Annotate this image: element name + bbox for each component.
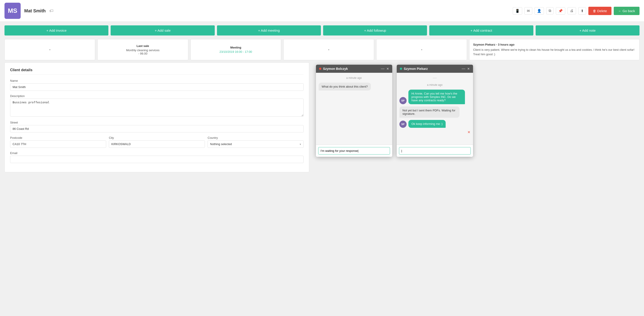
email-label: Email — [10, 151, 304, 155]
country-select[interactable]: Nothing selected — [208, 140, 304, 148]
client-name: Mat Smith — [24, 8, 46, 14]
email-icon-btn[interactable]: ✉ — [524, 7, 532, 15]
add-followup-button[interactable]: + Add followup — [323, 25, 427, 36]
add-contract-button[interactable]: + Add contract — [429, 25, 533, 36]
chat-msg-row-2: SP Ok keep informing me :) — [400, 120, 470, 128]
chat-header-1: Szymon Bolczyk — ✕ — [316, 65, 392, 73]
delete-button[interactable]: 🗑 Delete — [588, 7, 612, 15]
contract-card: - — [376, 39, 467, 60]
postcode-label: Postcode — [10, 136, 106, 139]
followup-dash: - — [328, 47, 330, 52]
client-details-panel: Client details Name Description Bussines… — [4, 63, 309, 172]
chat-bubble-right-2: Ok keep informing me :) — [408, 120, 446, 128]
chat-bubble-1: What do you think about this client? — [319, 83, 371, 91]
chat-bubble-right-1: Hi Annie, Can you tell me how's the prog… — [408, 90, 465, 104]
chat-avatar-2: SP — [400, 121, 406, 128]
name-group: Name — [10, 79, 304, 91]
chat-minimize-2[interactable]: — — [462, 67, 466, 71]
header: MS Mat Smith 🏷 📱 ✉ 👤 ⧉ 📌 🖨 ⬆ 🗑 Delete ← … — [0, 0, 644, 22]
chat-msg-row-1: SP Hi Annie, Can you tell me how's the p… — [400, 90, 470, 104]
print-icon-btn[interactable]: 🖨 — [568, 7, 576, 14]
chat-status-dot-red-1 — [319, 68, 321, 70]
note-card: Szymon Piekarz - 3 hours ago Client is v… — [469, 39, 640, 60]
street-input[interactable] — [10, 125, 304, 133]
chat-body-1: a minute ago What do you think about thi… — [316, 73, 392, 145]
chat-header-2: Szymon Piekarz — ✕ — [397, 65, 473, 73]
meeting-card: Meeting 23/10/2019 16:00 - 17:00 — [190, 39, 281, 60]
city-label: City — [109, 136, 205, 139]
sale-amount: - 99.00 — [138, 52, 147, 55]
chat-time-2: a minute ago — [400, 83, 470, 87]
main-content: Client details Name Description Bussines… — [0, 63, 644, 177]
meeting-label: Meeting — [230, 46, 241, 49]
client-avatar: MS — [4, 3, 21, 19]
user-icon-btn[interactable]: 👤 — [534, 7, 544, 15]
description-label: Description — [10, 94, 304, 98]
chat-close-2[interactable]: ✕ — [467, 67, 470, 71]
sale-label: Last sale — [137, 44, 149, 48]
chat-minimize-1[interactable]: — — [381, 67, 384, 71]
name-input[interactable] — [10, 83, 304, 91]
country-label: Country — [208, 136, 304, 139]
email-input[interactable] — [10, 156, 304, 163]
add-note-button[interactable]: + Add note — [536, 25, 640, 36]
action-bar: + Add invoice + Add sale + Add meeting +… — [0, 22, 644, 39]
chat-time-1: a minute ago — [319, 76, 390, 80]
add-meeting-button[interactable]: + Add meeting — [217, 25, 321, 36]
header-action-buttons: 📱 ✉ 👤 ⧉ 📌 🖨 ⬆ 🗑 Delete ← Go back — [513, 7, 640, 15]
sale-card: Last sale Monthly cleaning services - 99… — [98, 39, 188, 60]
postcode-input[interactable] — [10, 140, 106, 148]
chat-input-1[interactable] — [318, 147, 390, 155]
chat-title-2: Szymon Piekarz — [404, 67, 460, 71]
city-group: City — [109, 136, 205, 148]
chat-bubble-reply-1: Not yet but I sent them PDFs. Waiting fo… — [400, 106, 460, 118]
street-label: Street — [10, 121, 304, 124]
chat-status-dot-green-2 — [400, 68, 402, 70]
chat-input-area-2 — [397, 145, 473, 157]
pin-icon-btn[interactable]: 📌 — [556, 7, 565, 15]
postcode-group: Postcode — [10, 136, 106, 148]
chat-input-2[interactable] — [399, 147, 471, 155]
chat-close-1[interactable]: ✕ — [386, 67, 389, 71]
add-sale-button[interactable]: + Add sale — [110, 25, 214, 36]
mobile-icon-btn[interactable]: 📱 — [513, 7, 522, 15]
chat-input-area-1 — [316, 145, 392, 157]
note-author: Szymon Piekarz - 3 hours ago — [473, 43, 636, 46]
chat-body-2: — a minute ago SP Hi Annie, Can you tell… — [397, 73, 473, 145]
street-group: Street — [10, 121, 304, 133]
go-back-button[interactable]: ← Go back — [614, 7, 640, 15]
upload-icon-btn[interactable]: ⬆ — [578, 7, 586, 15]
country-group: Country Nothing selected — [208, 136, 304, 148]
copy-icon-btn[interactable]: ⧉ — [546, 7, 554, 14]
chat-window-bolczyk: Szymon Bolczyk — ✕ a minute ago What do … — [316, 65, 392, 157]
info-cards-row: - Last sale Monthly cleaning services - … — [0, 39, 644, 63]
tag-icon[interactable]: 🏷 — [49, 9, 54, 13]
location-row: Postcode City Country Nothing selected — [10, 136, 304, 151]
add-invoice-button[interactable]: + Add invoice — [4, 25, 108, 36]
invoice-dash: - — [49, 47, 50, 52]
email-group: Email — [10, 151, 304, 163]
section-title: Client details — [10, 68, 304, 75]
contract-dash: - — [421, 47, 422, 52]
description-group: Description Bussines proffesional — [10, 94, 304, 117]
sale-service: Monthly cleaning services — [126, 49, 160, 52]
name-label: Name — [10, 79, 304, 82]
country-select-wrapper: Nothing selected — [208, 140, 304, 148]
note-text: Client is very patient. Where we're tryi… — [473, 48, 636, 56]
chat-window-piekarz: Szymon Piekarz — ✕ — a minute ago SP Hi … — [397, 65, 473, 157]
chat-title-1: Szymon Bolczyk — [323, 67, 379, 71]
scroll-indicator-top: — — [400, 76, 470, 80]
followup-card: - — [284, 39, 374, 60]
invoice-card: - — [4, 39, 95, 60]
chat-delete-msg-btn[interactable]: ✕ — [468, 130, 470, 134]
meeting-date: 23/10/2019 16:00 - 17:00 — [220, 50, 252, 54]
description-textarea[interactable]: Bussines proffesional — [10, 99, 304, 117]
chat-avatar-1: SP — [400, 97, 406, 104]
city-input[interactable] — [109, 140, 205, 148]
